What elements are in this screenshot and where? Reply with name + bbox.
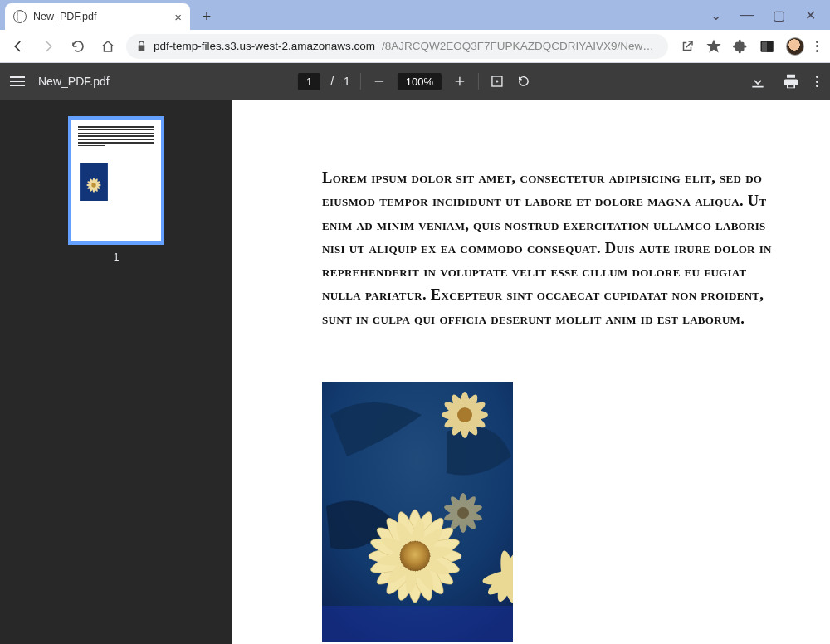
menu-icon[interactable] xyxy=(10,76,25,86)
new-tab-button[interactable]: + xyxy=(195,5,218,28)
maximize-icon[interactable]: ▢ xyxy=(772,7,785,23)
pdf-viewer: New_PDF.pdf 1 / 1 100% xyxy=(0,63,830,644)
browser-tab-strip: New_PDF.pdf × + ⌄ — ▢ ✕ xyxy=(0,0,830,30)
rotate-button[interactable] xyxy=(515,73,532,90)
url-host: pdf-temp-files.s3.us-west-2.amazonaws.co… xyxy=(154,40,375,52)
svg-point-30 xyxy=(457,507,469,519)
tab-title: New_PDF.pdf xyxy=(33,11,168,22)
addr-bar-right xyxy=(675,37,823,56)
zoom-in-button[interactable] xyxy=(452,73,468,90)
download-icon[interactable] xyxy=(749,73,766,90)
forward-button[interactable] xyxy=(37,35,60,58)
thumbnail-label: 1 xyxy=(114,251,120,263)
side-panel-icon[interactable] xyxy=(759,39,774,54)
share-icon[interactable] xyxy=(680,39,695,54)
omnibox[interactable]: pdf-temp-files.s3.us-west-2.amazonaws.co… xyxy=(126,34,668,59)
profile-avatar[interactable] xyxy=(786,37,804,56)
page-separator: / xyxy=(330,75,334,88)
window-controls: ⌄ — ▢ ✕ xyxy=(696,0,830,30)
thumbnail-panel: 1 xyxy=(0,100,232,644)
fit-page-button[interactable] xyxy=(489,73,505,90)
embedded-image xyxy=(322,382,513,642)
url-path: /8AJRCQW2EOQ3F7FUPKAZDQCDRIYAIVX9/New_PD… xyxy=(382,40,658,52)
svg-rect-17 xyxy=(322,606,513,642)
pdf-toolbar: New_PDF.pdf 1 / 1 100% xyxy=(0,63,830,100)
page-area[interactable]: Lorem ipsum dolor sit amet, consectetur … xyxy=(232,100,830,644)
pdf-page: Lorem ipsum dolor sit amet, consectetur … xyxy=(232,100,830,644)
print-icon[interactable] xyxy=(783,73,799,90)
svg-point-24 xyxy=(457,407,472,422)
svg-point-15 xyxy=(91,183,95,187)
minimize-icon[interactable]: — xyxy=(740,7,754,22)
zoom-out-button[interactable] xyxy=(371,73,388,90)
browser-menu-icon[interactable] xyxy=(816,41,818,52)
close-window-icon[interactable]: ✕ xyxy=(803,7,817,23)
divider xyxy=(478,73,479,90)
total-pages: 1 xyxy=(344,75,350,88)
current-page-input[interactable]: 1 xyxy=(298,73,320,90)
document-title: New_PDF.pdf xyxy=(38,75,110,88)
flower-thumb-image xyxy=(80,163,108,201)
pdf-menu-icon[interactable] xyxy=(816,76,818,87)
home-button[interactable] xyxy=(96,35,120,58)
reload-button[interactable] xyxy=(66,35,90,58)
page-thumbnail[interactable] xyxy=(68,116,164,245)
extensions-icon[interactable] xyxy=(733,39,748,54)
lock-icon xyxy=(136,41,147,51)
browser-tab[interactable]: New_PDF.pdf × xyxy=(5,3,190,30)
zoom-level[interactable]: 100% xyxy=(398,73,442,90)
globe-icon xyxy=(13,10,27,23)
chevron-down-icon[interactable]: ⌄ xyxy=(709,7,722,23)
star-icon[interactable] xyxy=(706,39,721,54)
divider xyxy=(360,73,361,90)
body-text: Lorem ipsum dolor sit amet, consectetur … xyxy=(322,166,784,330)
address-bar: pdf-temp-files.s3.us-west-2.amazonaws.co… xyxy=(0,30,830,63)
svg-rect-1 xyxy=(768,41,773,51)
back-button[interactable] xyxy=(7,35,30,58)
close-tab-icon[interactable]: × xyxy=(174,10,182,24)
